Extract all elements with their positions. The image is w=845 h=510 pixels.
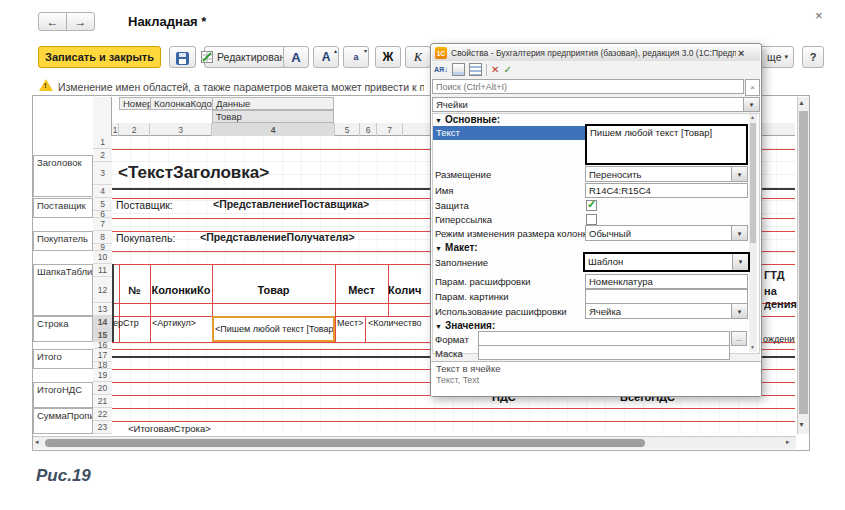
area-label-itogonds[interactable]: ИтогоНДС	[33, 382, 93, 408]
property-label-colresize[interactable]: Режим изменения размера колонки	[435, 227, 585, 241]
row-header[interactable]: 21	[93, 395, 112, 408]
table-header-codes[interactable]: КолонкиКо	[150, 277, 212, 303]
area-label-itogo[interactable]: Итого	[33, 349, 93, 369]
property-label-name[interactable]: Имя	[435, 184, 454, 198]
text-value-editor[interactable]: Пишем любой текст [Товар]	[585, 124, 748, 165]
row-header[interactable]: 4	[93, 185, 112, 198]
property-row-text[interactable]: Текст	[433, 126, 585, 140]
row-header[interactable]: 9	[93, 244, 112, 251]
cell-row-places[interactable]: Мест>	[337, 318, 363, 328]
save-and-close-button[interactable]: Записать и закрыть	[38, 46, 161, 68]
named-col-numerstroki[interactable]: НомерС	[119, 97, 151, 110]
property-label-mask[interactable]: Маска	[435, 347, 463, 361]
row-header[interactable]: 20	[93, 382, 112, 395]
row-header[interactable]: 2	[93, 149, 112, 162]
property-label-detail-param[interactable]: Парам. расшифровки	[435, 275, 531, 289]
cell-row-number[interactable]: ерСтр	[113, 318, 149, 328]
column-header[interactable]: 3	[150, 123, 212, 136]
property-label-protection[interactable]: Защита	[435, 199, 469, 213]
row-header[interactable]: 13	[93, 303, 112, 316]
row-header[interactable]: 22	[93, 408, 112, 421]
row-header[interactable]: 10	[93, 251, 112, 264]
row-header[interactable]: 7	[93, 218, 112, 231]
hyperlink-checkbox[interactable]	[586, 214, 597, 225]
row-header[interactable]: 19	[93, 369, 112, 382]
column-header[interactable]: 5	[335, 123, 360, 136]
forward-button[interactable]: →	[66, 12, 95, 31]
chevron-down-icon[interactable]: ▾	[743, 98, 759, 111]
property-label-format[interactable]: Формат	[435, 333, 469, 347]
row-header[interactable]: 6	[93, 211, 112, 218]
named-col-dannye[interactable]: Данные	[212, 97, 334, 110]
properties-close-icon[interactable]: ×	[738, 47, 744, 59]
delete-icon[interactable]: ✕	[491, 64, 499, 75]
colresize-combobox[interactable]: Обычный ▾	[585, 225, 748, 241]
grid-scroll-down-icon[interactable]: ▼	[750, 344, 755, 350]
mask-field[interactable]	[478, 345, 730, 360]
section-layout[interactable]: ▼Макет:	[435, 242, 478, 253]
column-header[interactable]: 1	[112, 123, 119, 136]
named-col-kolonkakodov[interactable]: КолонкаКодов	[150, 97, 213, 110]
area-label-shapka[interactable]: ШапкаТабли	[33, 264, 93, 316]
close-icon[interactable]: ×	[815, 8, 823, 23]
edit-mode-button[interactable]: Редактирование	[204, 46, 294, 68]
area-label-zagolovok[interactable]: Заголовок	[33, 155, 93, 197]
column-header[interactable]: 7	[377, 123, 403, 136]
column-header[interactable]: 4	[212, 123, 335, 136]
table-header-places[interactable]: Мест	[335, 277, 388, 303]
fill-combobox[interactable]: Шаблон ▾	[583, 252, 750, 272]
table-header-number[interactable]: №	[119, 277, 150, 303]
more-button[interactable]: ще ▾	[758, 46, 794, 68]
properties-titlebar[interactable]: 1С Свойства - Бухгалтерия предприятия (б…	[432, 45, 760, 61]
apply-icon[interactable]: ✓	[503, 64, 511, 75]
table-header-quantity[interactable]: Колич	[388, 277, 428, 303]
named-col-tovar[interactable]: Товар	[212, 110, 334, 123]
bold-button[interactable]: Ж	[375, 46, 401, 68]
categories-icon[interactable]	[469, 63, 482, 76]
area-label-postavschik[interactable]: Поставщик	[33, 198, 93, 218]
property-label-picture-param[interactable]: Парам. картинки	[435, 290, 509, 304]
cell-total-row[interactable]: <ИтоговаяСтрока>	[128, 423, 211, 434]
column-header[interactable]: 6	[360, 123, 377, 136]
area-label-stroka[interactable]: Строка	[33, 316, 93, 342]
search-input[interactable]	[432, 79, 744, 94]
font-decrease-button[interactable]: а▾	[343, 46, 369, 68]
row-header[interactable]: 12	[93, 277, 112, 303]
cell-buyer-value[interactable]: <ПредставлениеПолучателя>	[200, 231, 355, 243]
help-button[interactable]: ?	[802, 46, 824, 68]
chevron-down-icon[interactable]: ▾	[732, 254, 748, 270]
grid-scroll-up-icon[interactable]: ▲	[750, 114, 755, 120]
scroll-right-icon[interactable]: ▸	[786, 438, 790, 446]
format-ellipsis-button[interactable]: ...	[731, 331, 747, 346]
scope-combobox[interactable]: Ячейки ▾	[432, 97, 760, 112]
row-header[interactable]: 14	[93, 316, 112, 329]
property-label-hyperlink[interactable]: Гиперссылка	[435, 213, 492, 227]
property-label-detail-use[interactable]: Использование расшифровки	[435, 305, 567, 319]
search-clear-icon[interactable]: ×	[745, 79, 760, 96]
row-header[interactable]: 23	[93, 421, 112, 434]
cell-row-quantity[interactable]: <Количество	[368, 318, 426, 328]
cell-row-article[interactable]: <Артикул>	[152, 318, 196, 328]
row-header[interactable]: 3	[93, 162, 112, 185]
vertical-scrollbar-thumb[interactable]	[799, 111, 808, 414]
property-label-placement[interactable]: Размещение	[435, 168, 491, 182]
font-increase-button[interactable]: А▴	[313, 46, 339, 68]
detail-param-field[interactable]: Номенклатура	[585, 274, 748, 289]
show-important-icon[interactable]	[452, 63, 465, 76]
table-header-item[interactable]: Товар	[212, 277, 335, 303]
scroll-down-icon[interactable]: ▼	[798, 421, 805, 428]
chevron-down-icon[interactable]: ▾	[731, 226, 747, 240]
name-field[interactable]: R14C4:R15C4	[585, 183, 748, 198]
cell-buyer-label[interactable]: Покупатель:	[116, 232, 175, 244]
italic-button[interactable]: К	[405, 46, 431, 68]
grid-scrollbar-thumb[interactable]	[750, 123, 756, 243]
sort-icon[interactable]: АЯ ↓	[434, 65, 448, 74]
section-main[interactable]: ▼Основные:	[435, 114, 500, 125]
section-values[interactable]: ▼Значения:	[435, 320, 495, 331]
protection-checkbox[interactable]: ✓	[586, 200, 597, 211]
row-header[interactable]: 1	[93, 136, 112, 149]
cell-header-title[interactable]: <ТекстЗаголовка>	[118, 163, 348, 183]
row-header[interactable]: 16	[93, 342, 112, 349]
picture-param-field[interactable]	[585, 289, 748, 304]
format-field[interactable]	[478, 331, 730, 346]
